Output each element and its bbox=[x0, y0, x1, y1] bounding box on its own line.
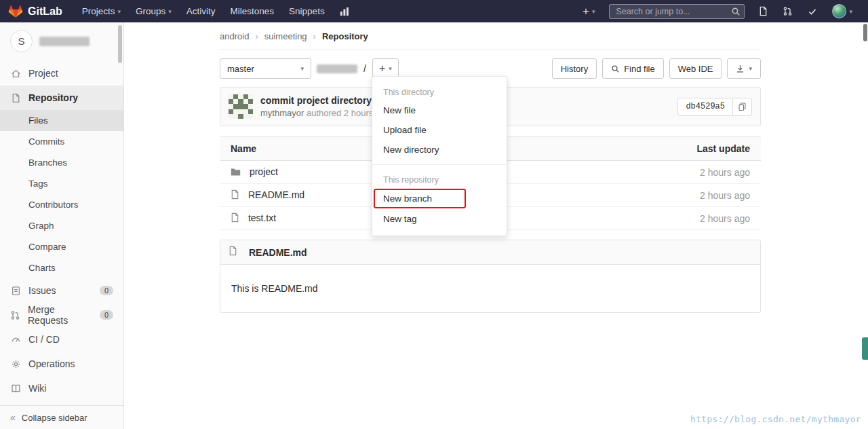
todos-shortcut-icon[interactable] bbox=[800, 0, 825, 22]
sidebar-item-branches[interactable]: Branches bbox=[0, 152, 123, 173]
file-link[interactable]: README.md bbox=[248, 189, 304, 200]
redacted-project-name bbox=[39, 37, 90, 46]
sidebar-sub-label: Compare bbox=[28, 242, 66, 252]
file-updated: 2 hours ago bbox=[528, 184, 761, 207]
create-new-menu-button[interactable]: +▾ bbox=[575, 0, 602, 22]
commit-author-link[interactable]: mythmayor bbox=[260, 108, 304, 118]
breadcrumb-project-link[interactable]: suimeeting bbox=[264, 31, 307, 41]
sidebar-item-issues[interactable]: Issues 0 bbox=[0, 278, 123, 303]
breadcrumb-separator: › bbox=[313, 31, 316, 41]
file-icon bbox=[231, 189, 239, 202]
menu-item-new-directory[interactable]: New directory bbox=[372, 140, 507, 160]
sidebar-item-label: Wiki bbox=[28, 383, 46, 394]
sidebar-item-project[interactable]: Project bbox=[0, 61, 123, 86]
chevron-down-icon: ▾ bbox=[849, 8, 852, 15]
project-context-header[interactable]: S bbox=[0, 22, 123, 61]
nav-activity[interactable]: Activity bbox=[179, 0, 223, 22]
find-file-button[interactable]: Find file bbox=[602, 58, 664, 79]
page-scrollbar-thumb[interactable] bbox=[863, 24, 867, 41]
nav-groups[interactable]: Groups▾ bbox=[128, 0, 179, 22]
branch-selector[interactable]: master ▾ bbox=[220, 58, 311, 79]
nav-snippets-label: Snippets bbox=[289, 6, 325, 16]
csdn-side-widget[interactable] bbox=[862, 337, 868, 360]
readme-title-link[interactable]: README.md bbox=[249, 247, 307, 258]
clipboard-copy-icon bbox=[738, 102, 747, 111]
sidebar-item-label: Project bbox=[28, 68, 58, 79]
sidebar-item-charts[interactable]: Charts bbox=[0, 257, 123, 278]
sidebar-item-graph[interactable]: Graph bbox=[0, 215, 123, 236]
chevron-down-icon: ▾ bbox=[168, 8, 172, 15]
sidebar-item-compare[interactable]: Compare bbox=[0, 236, 123, 257]
menu-item-new-tag[interactable]: New tag bbox=[372, 209, 507, 229]
copy-sha-button[interactable] bbox=[733, 98, 752, 116]
main-content: android › suimeeting › Repository master… bbox=[124, 22, 868, 429]
sidebar-item-repository[interactable]: Repository bbox=[0, 86, 123, 110]
sidebar-sub-label: Contributors bbox=[28, 200, 79, 210]
search-input[interactable] bbox=[609, 4, 745, 19]
file-icon bbox=[231, 212, 239, 225]
sidebar-nav: Project Repository Files Commits Branche… bbox=[0, 61, 123, 400]
breadcrumb-group-link[interactable]: android bbox=[220, 31, 249, 41]
collapse-sidebar-button[interactable]: « Collapse sidebar bbox=[0, 405, 123, 429]
commit-author-identicon bbox=[229, 94, 253, 119]
nav-groups-label: Groups bbox=[136, 6, 165, 16]
readme-content: This is README.md bbox=[220, 265, 760, 312]
project-sidebar: S Project Repository Files Commits Branc… bbox=[0, 22, 124, 429]
menu-item-upload-file[interactable]: Upload file bbox=[372, 120, 507, 140]
issues-shortcut-icon[interactable] bbox=[751, 0, 775, 22]
menu-item-new-branch[interactable]: New branch bbox=[375, 190, 465, 207]
sidebar-item-label: CI / CD bbox=[28, 334, 60, 345]
nav-snippets[interactable]: Snippets bbox=[281, 0, 332, 22]
nav-milestones[interactable]: Milestones bbox=[223, 0, 282, 22]
download-source-button[interactable]: ▾ bbox=[727, 58, 761, 79]
readme-panel: README.md This is README.md bbox=[220, 240, 761, 313]
wiki-book-icon bbox=[10, 384, 21, 394]
user-menu-button[interactable]: ▾ bbox=[825, 0, 860, 22]
global-search bbox=[609, 4, 745, 19]
nav-activity-label: Activity bbox=[186, 6, 216, 16]
file-link[interactable]: project bbox=[250, 166, 278, 177]
merge-requests-shortcut-icon[interactable] bbox=[775, 0, 800, 22]
sidebar-sub-label: Tags bbox=[28, 179, 48, 189]
sidebar-item-commits[interactable]: Commits bbox=[0, 131, 123, 152]
branch-name: master bbox=[227, 64, 254, 74]
sidebar-item-tags[interactable]: Tags bbox=[0, 173, 123, 194]
plus-icon: + bbox=[583, 5, 589, 17]
find-file-label: Find file bbox=[624, 64, 655, 74]
file-icon bbox=[229, 246, 237, 259]
redacted-project-name bbox=[317, 64, 357, 73]
column-header-last-update: Last update bbox=[528, 137, 761, 161]
nav-milestones-label: Milestones bbox=[231, 6, 275, 16]
sidebar-item-wiki[interactable]: Wiki bbox=[0, 376, 123, 400]
dropdown-section-this-directory: This directory bbox=[372, 82, 507, 100]
operations-gear-icon bbox=[10, 359, 21, 369]
history-button[interactable]: History bbox=[552, 58, 597, 79]
dropdown-section-this-repository: This repository bbox=[372, 170, 507, 188]
sidebar-item-label: Merge Requests bbox=[28, 304, 92, 326]
plus-dropdown-menu: This directory New file Upload file New … bbox=[372, 76, 507, 236]
sidebar-scrollbar-thumb[interactable] bbox=[118, 25, 122, 63]
user-avatar bbox=[832, 4, 846, 18]
commit-sha-group: db4529a5 bbox=[677, 98, 752, 116]
download-icon bbox=[736, 64, 745, 73]
breadcrumb: android › suimeeting › Repository bbox=[220, 22, 761, 50]
sidebar-item-contributors[interactable]: Contributors bbox=[0, 194, 123, 215]
web-ide-button[interactable]: Web IDE bbox=[669, 58, 722, 79]
menu-item-new-file[interactable]: New file bbox=[372, 100, 507, 120]
collapse-label: Collapse sidebar bbox=[22, 413, 87, 423]
top-navbar: GitLab Projects▾ Groups▾ Activity Milest… bbox=[0, 0, 868, 22]
home-icon bbox=[10, 69, 21, 79]
nav-projects[interactable]: Projects▾ bbox=[75, 0, 128, 22]
sidebar-sub-label: Commits bbox=[28, 136, 64, 147]
sidebar-sub-label: Files bbox=[28, 115, 48, 126]
file-link[interactable]: test.txt bbox=[248, 212, 276, 223]
sidebar-item-files[interactable]: Files bbox=[0, 110, 123, 131]
annotation-highlight-box: New branch bbox=[374, 189, 466, 208]
file-updated: 2 hours ago bbox=[528, 207, 761, 230]
sidebar-item-cicd[interactable]: CI / CD bbox=[0, 327, 123, 352]
sidebar-item-merge-requests[interactable]: Merge Requests 0 bbox=[0, 303, 123, 327]
analytics-icon[interactable] bbox=[332, 0, 357, 22]
sidebar-item-operations[interactable]: Operations bbox=[0, 352, 123, 376]
gitlab-home-link[interactable]: GitLab bbox=[8, 4, 62, 18]
search-icon bbox=[611, 64, 620, 73]
